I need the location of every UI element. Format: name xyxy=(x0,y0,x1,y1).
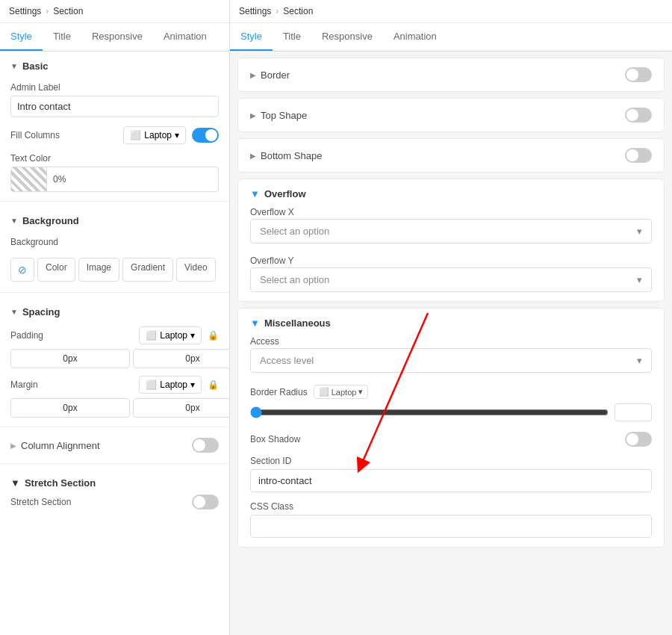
right-breadcrumb-section: Section xyxy=(283,6,313,16)
top-shape-row: ▶ Top Shape xyxy=(238,99,664,131)
background-label: Background xyxy=(22,215,79,226)
bottom-shape-row: ▶ Bottom Shape xyxy=(238,139,664,172)
br-chevron: ▾ xyxy=(358,387,363,397)
text-color-swatch[interactable] xyxy=(11,167,47,191)
background-row: Background xyxy=(0,232,229,255)
divider-1 xyxy=(0,201,229,202)
border-card: ▶ Border xyxy=(237,58,665,92)
border-radius-slider-row xyxy=(250,403,652,421)
margin-top-input[interactable] xyxy=(10,398,130,418)
breadcrumb-sep: › xyxy=(46,6,49,16)
bg-image-button[interactable]: Image xyxy=(78,258,119,282)
tab-style-left[interactable]: Style xyxy=(0,23,43,51)
box-shadow-toggle[interactable] xyxy=(625,432,652,447)
background-section-header: ▼ Background xyxy=(0,206,229,232)
padding-controls: ⬜ Laptop ▾ 🔒 xyxy=(139,326,219,344)
admin-label-row: Admin Label xyxy=(0,78,229,122)
css-class-input[interactable] xyxy=(250,515,652,538)
border-radius-slider[interactable] xyxy=(250,406,609,418)
stretch-section-header: ▼ Stretch Section xyxy=(10,474,219,492)
tab-responsive-right[interactable]: Responsive xyxy=(311,23,383,51)
margin-inputs xyxy=(0,397,229,422)
bg-none-button[interactable]: ⊘ xyxy=(10,258,34,282)
border-radius-row: Border Radius ⬜ Laptop ▾ xyxy=(238,382,664,427)
access-chevron: ▾ xyxy=(637,355,642,366)
overflow-section-header: ▼ Overflow xyxy=(238,179,664,204)
margin-right-input[interactable] xyxy=(133,398,229,418)
tab-title-left[interactable]: Title xyxy=(43,23,81,51)
section-id-label: Section ID xyxy=(250,456,652,466)
br-laptop-icon: ⬜ xyxy=(319,387,329,397)
top-shape-toggle[interactable] xyxy=(625,108,652,123)
spacing-section-header: ▼ Spacing xyxy=(0,297,229,323)
tab-animation-left[interactable]: Animation xyxy=(153,23,217,51)
right-content: ▶ Border ▶ Top Shape ▶ Bottom Shape xyxy=(230,52,672,635)
tab-animation-right[interactable]: Animation xyxy=(383,23,447,51)
section-id-row: Section ID xyxy=(238,451,664,497)
bottom-shape-label: Bottom Shape xyxy=(261,150,322,161)
fill-columns-device-select[interactable]: ⬜ Laptop ▾ xyxy=(123,126,186,144)
border-toggle[interactable] xyxy=(625,67,652,82)
misc-arrow: ▼ xyxy=(250,318,260,329)
left-panel: Settings › Section Style Title Responsiv… xyxy=(0,0,230,635)
section-id-input[interactable] xyxy=(250,469,652,492)
padding-label: Padding xyxy=(10,330,43,341)
column-alignment-row: ▶ Column Alignment xyxy=(0,432,229,459)
spacing-label: Spacing xyxy=(22,306,60,318)
breadcrumb-settings[interactable]: Settings xyxy=(9,6,41,16)
padding-top-input[interactable] xyxy=(10,349,130,368)
overflow-x-select[interactable]: Select an option ▾ xyxy=(250,219,652,244)
column-alignment-toggle[interactable] xyxy=(192,438,219,453)
right-breadcrumb-settings[interactable]: Settings xyxy=(239,6,271,16)
access-placeholder: Access level xyxy=(260,355,314,366)
box-shadow-label: Box Shadow xyxy=(250,434,300,444)
margin-laptop-icon: ⬜ xyxy=(146,380,157,390)
bottom-shape-card: ▶ Bottom Shape xyxy=(237,138,665,173)
tab-title-right[interactable]: Title xyxy=(273,23,311,51)
bg-gradient-button[interactable]: Gradient xyxy=(122,258,173,282)
bg-video-button[interactable]: Video xyxy=(176,258,215,282)
fill-columns-right: ⬜ Laptop ▾ xyxy=(123,126,219,144)
overflow-y-label: Overflow Y xyxy=(238,253,664,267)
admin-label-input[interactable] xyxy=(10,96,219,117)
access-select[interactable]: Access level ▾ xyxy=(250,348,652,373)
spacing-arrow: ▼ xyxy=(10,308,18,316)
padding-right-input[interactable] xyxy=(133,349,229,368)
divider-2 xyxy=(0,292,229,293)
stretch-sub-label: Stretch Section xyxy=(10,497,71,507)
border-radius-device-select[interactable]: ⬜ Laptop ▾ xyxy=(314,385,369,399)
left-breadcrumb: Settings › Section xyxy=(0,0,229,23)
right-panel: Settings › Section Style Title Responsiv… xyxy=(230,0,672,635)
stretch-section-toggle[interactable] xyxy=(192,495,219,509)
padding-chevron: ▾ xyxy=(190,330,195,341)
breadcrumb-section: Section xyxy=(53,6,83,16)
box-shadow-row: Box Shadow xyxy=(238,427,664,451)
top-shape-card: ▶ Top Shape xyxy=(237,98,665,132)
bottom-shape-toggle[interactable] xyxy=(625,148,652,163)
right-breadcrumb-sep: › xyxy=(276,6,279,16)
padding-lock-icon[interactable]: 🔒 xyxy=(208,330,219,341)
br-device-label: Laptop xyxy=(332,388,357,397)
misc-section-header: ▼ Miscellaneous xyxy=(238,309,664,333)
margin-device-select[interactable]: ⬜ Laptop ▾ xyxy=(139,376,202,394)
overflow-x-chevron: ▾ xyxy=(637,226,642,237)
overflow-y-select[interactable]: Select an option ▾ xyxy=(250,267,652,292)
padding-device-select[interactable]: ⬜ Laptop ▾ xyxy=(139,326,202,344)
margin-lock-icon[interactable]: 🔒 xyxy=(208,380,219,390)
border-radius-input[interactable] xyxy=(615,403,652,421)
css-class-label: CSS Class xyxy=(250,501,652,512)
bg-color-button[interactable]: Color xyxy=(37,258,75,282)
miscellaneous-card: ▼ Miscellaneous Access Access level ▾ Bo… xyxy=(237,308,665,548)
tab-style-right[interactable]: Style xyxy=(230,23,273,51)
divider-3 xyxy=(0,427,229,427)
tab-responsive-left[interactable]: Responsive xyxy=(81,23,153,51)
basic-label: Basic xyxy=(22,61,49,72)
access-label: Access xyxy=(238,333,664,348)
fill-columns-toggle[interactable] xyxy=(192,128,219,143)
left-panel-content: ▼ Basic Admin Label Fill Columns ⬜ Lapto… xyxy=(0,52,229,635)
stretch-section-row: ▼ Stretch Section Stretch Section xyxy=(0,468,229,518)
border-radius-label: Border Radius ⬜ Laptop ▾ xyxy=(250,385,652,399)
background-arrow: ▼ xyxy=(10,217,18,225)
admin-label-text: Admin Label xyxy=(10,82,219,93)
right-breadcrumb: Settings › Section xyxy=(230,0,672,23)
